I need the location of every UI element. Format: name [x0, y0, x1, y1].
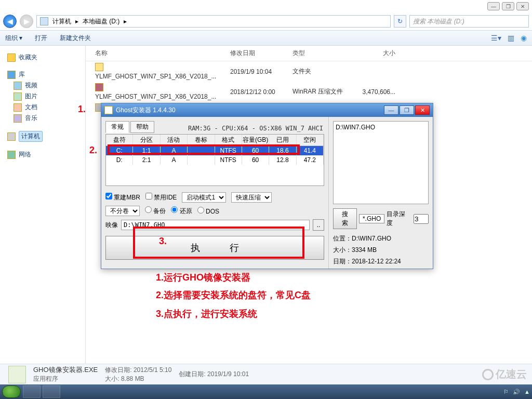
depth-label: 目录深度	[387, 210, 411, 228]
annotation-num-1: 1.	[78, 104, 86, 115]
file-thumbnail	[8, 366, 26, 383]
ghost-installer-window: Ghost安装器 1.4.4.30 — ❐ ✕ 常规 帮助 RAM:3G - C…	[101, 103, 433, 269]
minimize-button[interactable]: —	[487, 2, 500, 10]
network-icon	[7, 151, 16, 159]
picture-icon	[14, 92, 22, 101]
ghost-close-button[interactable]: ✕	[415, 105, 430, 115]
radio-restore[interactable]: 还原	[171, 206, 192, 216]
instruction-1: 1.运行GHO镜像安装器	[156, 271, 250, 284]
nav-sidebar: 收藏夹 库 视频 图片 文档 音乐 计算机 网络	[0, 46, 86, 364]
disk-header: 盘符分区活动卷标格式容量(GB)已用空闲	[106, 135, 324, 146]
radio-dos[interactable]: DOS	[197, 207, 219, 215]
disk-table: 盘符分区活动卷标格式容量(GB)已用空闲 C:1:1ANTFS6018.641.…	[105, 134, 324, 186]
search-placeholder: 搜索 本地磁盘 (D:)	[413, 17, 464, 26]
compress-select[interactable]: 快速压缩	[231, 192, 272, 203]
sidebar-item-documents[interactable]: 文档	[14, 103, 82, 112]
start-button[interactable]	[2, 385, 21, 398]
sidebar-item-pictures[interactable]: 图片	[14, 92, 82, 101]
breadcrumb-sep: ▸	[75, 18, 78, 25]
sidebar-item-music[interactable]: 音乐	[14, 114, 82, 123]
chk-disable-ide[interactable]: 禁用IDE	[145, 193, 177, 202]
execute-button[interactable]: 执 行	[105, 236, 324, 260]
file-row[interactable]: YLMF_GHOST_WIN7_SP1_X86_V2018_... 2018/1…	[86, 82, 532, 102]
col-date[interactable]: 修改日期	[227, 49, 289, 58]
sidebar-favorites[interactable]: 收藏夹	[7, 53, 82, 62]
col-type[interactable]: 类型	[289, 49, 352, 58]
breadcrumb-root[interactable]: 计算机	[52, 17, 71, 26]
archive-icon	[95, 83, 103, 91]
breadcrumb-sep: ▸	[124, 18, 127, 25]
ghost-titlebar[interactable]: Ghost安装器 1.4.4.30 — ❐ ✕	[101, 103, 433, 117]
preview-pane-icon[interactable]: ▥	[508, 34, 514, 42]
tray-expand-icon[interactable]: ▲	[524, 389, 530, 395]
ghost-options: 重建MBR 禁用IDE 启动模式1 快速压缩 不分卷 备份 还原 DOS	[105, 192, 324, 216]
taskbar: ⚐ 🔊 ▲	[0, 384, 532, 399]
gho-info: 位置：D:\WIN7.GHO 大小：3334 MB 日期：2018-12-12 …	[333, 234, 429, 266]
ghost-maximize-button[interactable]: ❐	[400, 105, 414, 115]
details-pane: GHO镜像安装器.EXE 应用程序 修改日期: 2012/5/1 5:10大小:…	[0, 364, 532, 384]
instruction-2: 2.选择需要安装系统的盘符，常见C盘	[156, 289, 311, 301]
chk-rebuild-mbr[interactable]: 重建MBR	[105, 193, 140, 202]
sidebar-network[interactable]: 网络	[7, 150, 82, 159]
back-button[interactable]: ◀	[3, 15, 17, 28]
video-icon	[14, 82, 22, 90]
window-controls: — ❐ ✕	[487, 2, 529, 10]
watermark: 亿速云	[482, 367, 527, 381]
tray-volume-icon[interactable]: 🔊	[513, 389, 520, 395]
sidebar-libraries[interactable]: 库	[7, 70, 82, 79]
ghost-minimize-button[interactable]: —	[384, 105, 398, 115]
disk-row-c[interactable]: C:1:1ANTFS6018.641.4	[106, 146, 324, 155]
maximize-button[interactable]: ❐	[502, 2, 514, 10]
ghost-title-text: Ghost安装器 1.4.4.30	[116, 106, 176, 115]
details-type: 应用程序	[33, 375, 98, 383]
gho-search-button[interactable]: 搜索	[333, 208, 357, 229]
disk-row-d[interactable]: D:2:1ANTFS6012.847.2	[106, 155, 324, 165]
breadcrumb-drive[interactable]: 本地磁盘 (D:)	[83, 17, 119, 26]
open-button[interactable]: 打开	[35, 34, 47, 43]
document-icon	[14, 103, 22, 112]
folder-icon	[95, 63, 103, 71]
library-icon	[7, 71, 16, 79]
depth-input[interactable]	[414, 214, 429, 224]
tray-flag-icon[interactable]: ⚐	[503, 389, 509, 395]
split-select[interactable]: 不分卷	[105, 206, 140, 216]
col-size[interactable]: 大小	[352, 49, 398, 58]
explorer-navbar: ◀ ▶ 计算机 ▸ 本地磁盘 (D:) ▸ ↻ 搜索 本地磁盘 (D:)	[0, 14, 532, 29]
details-filename: GHO镜像安装器.EXE	[33, 365, 98, 375]
tab-normal[interactable]: 常规	[105, 121, 129, 133]
image-path-row: 映像 ..	[105, 219, 324, 231]
computer-icon	[7, 132, 16, 141]
address-bar[interactable]: 计算机 ▸ 本地磁盘 (D:) ▸	[36, 15, 391, 28]
taskbar-app-icon[interactable]	[43, 385, 60, 398]
file-row[interactable]: YLMF_GHOST_WIN7_SP1_X86_V2018_... 2019/1…	[86, 61, 532, 82]
newfolder-button[interactable]: 新建文件夹	[60, 34, 91, 43]
explorer-toolbar: 组织 ▾ 打开 新建文件夹 ☰▾ ▥ ◉	[0, 30, 532, 46]
forward-button[interactable]: ▶	[20, 15, 33, 28]
image-label: 映像	[105, 221, 118, 230]
instruction-3: 3.点执行，进行安装系统	[156, 308, 257, 320]
refresh-button[interactable]: ↻	[394, 15, 406, 28]
ghost-app-icon	[104, 106, 113, 114]
sidebar-item-videos[interactable]: 视频	[14, 81, 82, 90]
organize-menu[interactable]: 组织 ▾	[5, 34, 22, 43]
help-icon[interactable]: ◉	[521, 34, 527, 42]
music-icon	[14, 114, 22, 123]
search-box[interactable]: 搜索 本地磁盘 (D:)	[409, 15, 529, 28]
view-options-icon[interactable]: ☰▾	[491, 34, 501, 42]
annotation-num-3: 3.	[159, 236, 167, 247]
gho-file-list[interactable]: D:\WIN7.GHO	[333, 121, 429, 204]
col-name[interactable]: 名称	[92, 49, 227, 58]
annotation-num-2: 2.	[89, 145, 97, 156]
system-tray[interactable]: ⚐ 🔊 ▲	[503, 389, 530, 395]
drive-icon	[40, 17, 48, 25]
image-path-input[interactable]	[121, 220, 310, 230]
boot-mode-select[interactable]: 启动模式1	[182, 192, 226, 203]
sidebar-computer[interactable]: 计算机	[7, 131, 82, 142]
file-list-header[interactable]: 名称 修改日期 类型 大小	[86, 46, 532, 61]
taskbar-explorer-icon[interactable]	[23, 385, 41, 398]
tab-help[interactable]: 帮助	[130, 121, 154, 133]
radio-backup[interactable]: 备份	[145, 206, 166, 216]
browse-button[interactable]: ..	[313, 219, 324, 231]
star-icon	[7, 54, 16, 62]
close-button[interactable]: ✕	[516, 2, 529, 10]
